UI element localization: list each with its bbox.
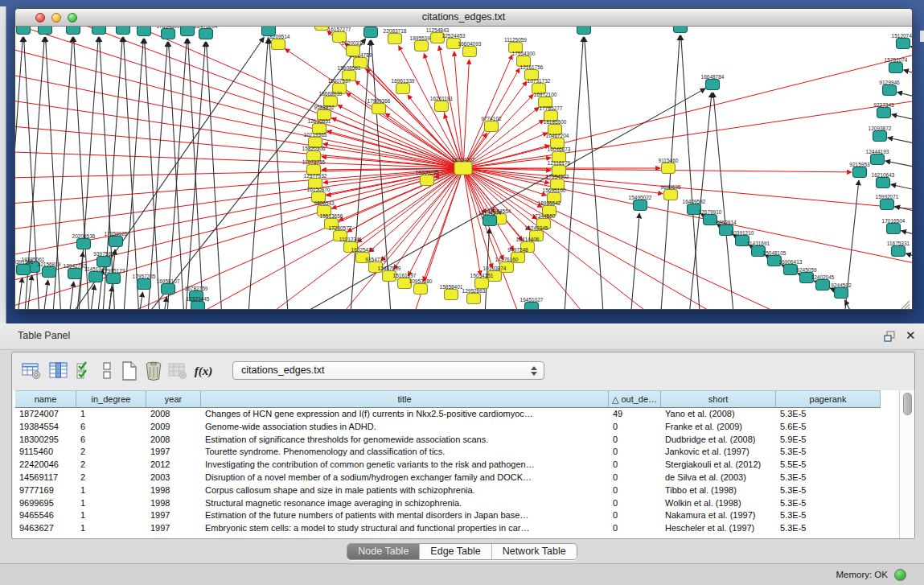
network-node-label: 12524453 bbox=[442, 33, 466, 39]
network-node-label: 17957255 bbox=[133, 274, 156, 279]
network-node-label: 9391591 bbox=[15, 259, 34, 265]
memory-status-indicator[interactable] bbox=[894, 569, 906, 581]
network-node-label: 12093872 bbox=[869, 126, 892, 131]
network-node-label: 12444193 bbox=[866, 149, 889, 154]
cell-title: Corpus callosum shape and size in male p… bbox=[201, 484, 609, 497]
network-node[interactable]: 9115460 bbox=[659, 158, 679, 174]
network-node[interactable]: 17957255 bbox=[133, 274, 156, 290]
network-node[interactable]: 16210643 bbox=[872, 172, 895, 188]
select-all-columns-icon[interactable] bbox=[73, 360, 96, 382]
column-header-name[interactable]: name bbox=[15, 390, 76, 408]
network-node[interactable]: 9244502 bbox=[831, 282, 852, 299]
network-node[interactable]: 8572304 bbox=[573, 27, 594, 35]
network-node[interactable]: 16604750 bbox=[359, 27, 383, 38]
network-edge bbox=[901, 231, 913, 240]
column-header-pagerank[interactable]: pagerank bbox=[776, 390, 881, 408]
new-column-icon[interactable] bbox=[118, 360, 141, 382]
close-panel-icon[interactable]: ✕ bbox=[906, 328, 916, 343]
network-node-label: 16325473 bbox=[351, 247, 375, 253]
delete-table-icon[interactable] bbox=[166, 360, 189, 382]
network-canvas[interactable]: 1872400712214789156085611100753718668039… bbox=[15, 27, 912, 310]
network-node-label: 15495022 bbox=[629, 195, 652, 200]
network-node[interactable]: 16451027 bbox=[520, 297, 544, 310]
network-node[interactable]: 18955396 bbox=[410, 35, 433, 51]
network-node[interactable]: 22083718 bbox=[384, 28, 407, 44]
network-node[interactable]: 12323445 bbox=[187, 296, 210, 310]
network-node-label: 15184574 bbox=[478, 210, 502, 216]
network-node[interactable]: 17854809 bbox=[157, 27, 180, 39]
column-header-in_degree[interactable]: in_degree bbox=[76, 390, 146, 408]
table-row[interactable]: 2242004622012Investigating the contribut… bbox=[15, 459, 881, 472]
table-row[interactable]: 946362711997Embryonic stem cells: a mode… bbox=[15, 522, 881, 535]
tab-network-table[interactable]: Network Table bbox=[492, 544, 577, 559]
resize-grip-icon[interactable] bbox=[900, 299, 910, 310]
network-node[interactable]: 20553571 bbox=[34, 27, 57, 35]
network-node[interactable]: 9129946 bbox=[879, 80, 900, 96]
network-edge bbox=[15, 38, 463, 168]
table-row[interactable]: 1938455462009Genome-wide association stu… bbox=[15, 421, 881, 434]
network-node[interactable]: 16961339 bbox=[392, 78, 415, 94]
network-node[interactable]: 12093872 bbox=[869, 126, 892, 142]
network-node[interactable]: 9699695 bbox=[660, 184, 681, 200]
network-node[interactable]: 17016504 bbox=[882, 218, 906, 234]
function-builder-icon[interactable]: f(x) bbox=[192, 360, 215, 382]
cell-name: 9463627 bbox=[15, 522, 76, 535]
network-node[interactable]: 16604093 bbox=[458, 41, 482, 57]
network-node[interactable]: 10953180 bbox=[409, 278, 433, 295]
network-node[interactable]: 9227343 bbox=[873, 102, 894, 118]
background-window-left-edge bbox=[0, 6, 6, 323]
network-node[interactable]: 16261181 bbox=[430, 96, 454, 112]
network-node[interactable]: 18724007 bbox=[452, 157, 475, 175]
network-node-label: 17344560 bbox=[532, 213, 556, 219]
network-node[interactable]: 20691406 bbox=[62, 27, 85, 35]
table-row[interactable]: 1830029562008Estimation of significance … bbox=[15, 434, 881, 447]
table-mode-icon[interactable] bbox=[20, 360, 43, 382]
network-node[interactable]: 8813054 bbox=[670, 27, 691, 33]
status-bar: Memory: OK bbox=[0, 563, 924, 585]
table-vertical-scrollbar[interactable] bbox=[899, 390, 914, 538]
show-column-icon[interactable] bbox=[47, 360, 70, 382]
network-node[interactable]: 15495022 bbox=[629, 195, 652, 211]
float-panel-icon[interactable] bbox=[883, 330, 896, 343]
table-row[interactable]: 946554611997Estimation of the future num… bbox=[15, 509, 881, 522]
column-header-title[interactable]: title bbox=[201, 390, 609, 408]
column-header-short[interactable]: short bbox=[661, 390, 776, 408]
table-row[interactable]: 911546021997Tourette syndrome. Phenomeno… bbox=[15, 446, 881, 459]
cell-pagerank: 5.3E-5 bbox=[776, 484, 881, 497]
unselect-all-columns-icon[interactable] bbox=[96, 360, 118, 382]
network-node[interactable]: 13942757 bbox=[64, 263, 87, 279]
network-window-titlebar[interactable]: citations_edges.txt bbox=[15, 9, 912, 27]
network-edge bbox=[891, 184, 913, 194]
network-node-label: 9245059 bbox=[796, 267, 817, 273]
dropdown-arrows-icon bbox=[531, 365, 538, 377]
network-node[interactable]: 12475204 bbox=[195, 27, 218, 39]
network-node[interactable]: 8540601 bbox=[133, 27, 154, 36]
network-node[interactable]: 16958107 bbox=[157, 278, 180, 295]
scrollbar-thumb[interactable] bbox=[903, 393, 912, 415]
table-selector-dropdown[interactable]: citations_edges.txt bbox=[232, 361, 544, 380]
tab-node-table[interactable]: Node Table bbox=[347, 544, 420, 559]
network-node[interactable]: 20206536 bbox=[72, 233, 96, 249]
network-node[interactable]: 15276097 bbox=[112, 27, 135, 35]
table-row[interactable]: 969969511998Structural magnetic resonanc… bbox=[15, 497, 881, 510]
delete-column-icon[interactable] bbox=[142, 360, 165, 382]
network-node[interactable]: 15858401 bbox=[440, 284, 463, 300]
column-header-out_degree[interactable]: △ out_de… bbox=[609, 390, 661, 408]
column-header-year[interactable]: year bbox=[146, 390, 201, 408]
network-edge bbox=[15, 94, 463, 168]
network-node[interactable]: 16648784 bbox=[701, 74, 725, 90]
network-node[interactable]: 9215953 bbox=[849, 162, 870, 178]
network-node[interactable]: 9397587 bbox=[93, 251, 114, 267]
table-row[interactable]: 1872400712008Changes of HCN gene express… bbox=[15, 408, 881, 421]
network-node[interactable]: 12952863 bbox=[462, 288, 486, 304]
cell-short: Yano et al. (2008) bbox=[661, 408, 776, 421]
network-node-label: 16409592 bbox=[683, 199, 706, 204]
network-node-label: 20206536 bbox=[72, 233, 96, 239]
network-node-label: 12610651 bbox=[308, 118, 331, 124]
network-node[interactable]: 15120744 bbox=[892, 33, 913, 49]
tab-edge-table[interactable]: Edge Table bbox=[420, 544, 491, 559]
network-node[interactable]: 9774102 bbox=[481, 116, 502, 132]
table-row[interactable]: 1456911722003Disruption of a novel membe… bbox=[15, 472, 881, 484]
table-row[interactable]: 977716911998Corpus callosum shape and si… bbox=[15, 484, 881, 497]
cell-name: 18300295 bbox=[15, 434, 76, 447]
